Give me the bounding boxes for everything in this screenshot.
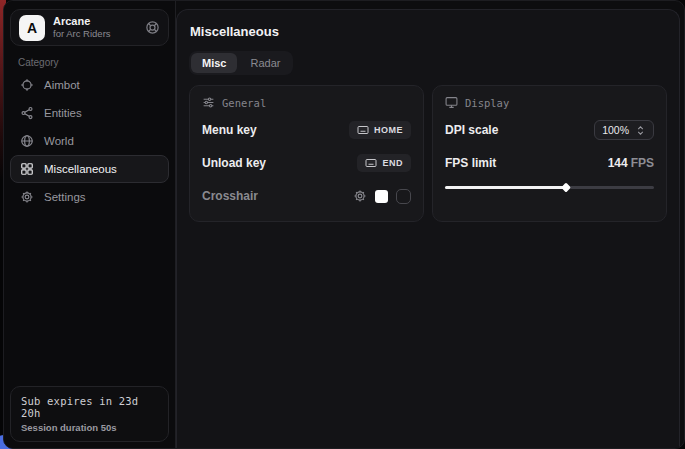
lifebuoy-icon[interactable] xyxy=(145,20,160,35)
dpi-scale-select[interactable]: 100% xyxy=(594,120,654,140)
main-panel: Miscellaneous Misc Radar General xyxy=(176,9,680,448)
unload-key-row: Unload key END xyxy=(202,151,411,175)
session-duration-text: Session duration 50s xyxy=(21,422,158,433)
dpi-scale-value: 100% xyxy=(602,124,629,136)
gear-icon xyxy=(20,190,34,204)
unload-key-bind-button[interactable]: END xyxy=(357,154,411,172)
globe-icon xyxy=(20,134,34,148)
sliders-icon xyxy=(202,96,215,109)
card-row: General Menu key HOME xyxy=(189,85,667,222)
monitor-icon xyxy=(445,96,458,109)
crosshair-settings-gear-icon[interactable] xyxy=(353,189,367,203)
sidebar-item-settings[interactable]: Settings xyxy=(10,183,169,211)
sidebar: A Arcane for Arc Riders Category xyxy=(4,1,176,448)
sidebar-item-label: Aimbot xyxy=(44,79,80,91)
sidebar-item-label: Miscellaneous xyxy=(44,163,117,175)
crosshair-label: Crosshair xyxy=(202,189,258,203)
sidebar-item-aimbot[interactable]: Aimbot xyxy=(10,71,169,99)
category-label: Category xyxy=(18,57,59,68)
sidebar-item-miscellaneous[interactable]: Miscellaneous xyxy=(10,155,169,183)
slider-thumb[interactable] xyxy=(561,182,571,192)
sidebar-item-world[interactable]: World xyxy=(10,127,169,155)
menu-key-row: Menu key HOME xyxy=(202,118,411,142)
keyboard-icon xyxy=(365,157,377,169)
brand-text: Arcane for Arc Riders xyxy=(53,15,111,40)
chevrons-up-down-icon xyxy=(635,125,646,136)
tab-bar: Misc Radar xyxy=(189,51,293,75)
crosshair-enabled-checkbox[interactable] xyxy=(396,189,411,204)
fps-limit-slider[interactable] xyxy=(445,182,654,192)
unload-key-label: Unload key xyxy=(202,156,266,170)
sidebar-item-label: World xyxy=(44,135,74,147)
fps-limit-label: FPS limit xyxy=(445,156,496,170)
fps-number: 144 xyxy=(608,156,628,170)
menu-key-bind-button[interactable]: HOME xyxy=(349,121,411,139)
crosshair-color-swatch[interactable] xyxy=(375,190,388,203)
crosshair-controls xyxy=(353,189,411,204)
subscription-status-card: Sub expires in 23d 20h Session duration … xyxy=(10,386,169,442)
menu-key-value: HOME xyxy=(374,125,403,135)
sidebar-nav: Aimbot Entities xyxy=(10,71,169,211)
display-card: Display DPI scale 100% FPS limit xyxy=(432,85,667,222)
sidebar-item-entities[interactable]: Entities xyxy=(10,99,169,127)
entities-icon xyxy=(20,106,34,120)
slider-fill xyxy=(445,186,566,189)
dpi-scale-label: DPI scale xyxy=(445,123,498,137)
fps-unit: FPS xyxy=(631,156,654,170)
unload-key-value: END xyxy=(382,158,403,168)
display-card-header: Display xyxy=(445,96,654,109)
fps-limit-value: 144FPS xyxy=(608,156,654,170)
display-card-title: Display xyxy=(465,97,509,109)
grid-icon xyxy=(20,162,34,176)
brand-card: A Arcane for Arc Riders xyxy=(10,9,169,46)
sub-expiry-text: Sub expires in 23d 20h xyxy=(21,395,158,419)
tab-radar[interactable]: Radar xyxy=(239,53,291,73)
tab-misc[interactable]: Misc xyxy=(191,53,237,73)
sidebar-item-label: Entities xyxy=(44,107,82,119)
app-title: Arcane xyxy=(53,15,111,28)
dpi-scale-row: DPI scale 100% xyxy=(445,118,654,142)
fps-limit-row: FPS limit 144FPS xyxy=(445,151,654,175)
general-card-title: General xyxy=(222,97,266,109)
crosshair-row: Crosshair xyxy=(202,184,411,208)
app-window: A Arcane for Arc Riders Category xyxy=(3,0,685,449)
general-card: General Menu key HOME xyxy=(189,85,424,222)
general-card-header: General xyxy=(202,96,411,109)
keyboard-icon xyxy=(357,124,369,136)
app-subtitle: for Arc Riders xyxy=(53,28,111,39)
page-title: Miscellaneous xyxy=(190,24,679,39)
app-logo: A xyxy=(19,15,45,41)
sidebar-item-label: Settings xyxy=(44,191,86,203)
crosshair-icon xyxy=(20,78,34,92)
menu-key-label: Menu key xyxy=(202,123,257,137)
